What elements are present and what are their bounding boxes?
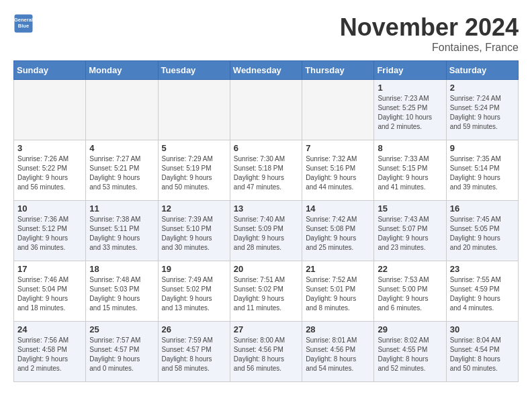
day-info: Sunrise: 8:02 AM Sunset: 4:55 PM Dayligh… [378, 336, 442, 373]
calendar-cell: 29Sunrise: 8:02 AM Sunset: 4:55 PM Dayli… [374, 322, 446, 382]
day-header: Monday [86, 61, 158, 80]
day-info: Sunrise: 7:49 AM Sunset: 5:02 PM Dayligh… [162, 275, 226, 313]
day-number: 24 [17, 324, 82, 334]
day-info: Sunrise: 8:01 AM Sunset: 4:56 PM Dayligh… [306, 336, 370, 373]
calendar-cell: 2Sunrise: 7:24 AM Sunset: 5:24 PM Daylig… [446, 80, 518, 140]
calendar-cell: 16Sunrise: 7:45 AM Sunset: 5:05 PM Dayli… [446, 201, 518, 261]
day-number: 25 [89, 324, 154, 334]
calendar-cell: 24Sunrise: 7:56 AM Sunset: 4:58 PM Dayli… [14, 322, 86, 382]
calendar-cell: 17Sunrise: 7:46 AM Sunset: 5:04 PM Dayli… [14, 261, 86, 322]
title-block: November 2024 Fontaines, France [340, 13, 519, 54]
calendar-cell: 13Sunrise: 7:40 AM Sunset: 5:09 PM Dayli… [230, 201, 302, 261]
day-number: 6 [234, 143, 298, 153]
day-info: Sunrise: 7:33 AM Sunset: 5:15 PM Dayligh… [378, 154, 442, 192]
day-info: Sunrise: 7:57 AM Sunset: 4:57 PM Dayligh… [89, 336, 154, 373]
day-number: 22 [378, 264, 442, 274]
day-header: Sunday [14, 61, 86, 80]
day-number: 5 [162, 143, 226, 153]
day-info: Sunrise: 7:29 AM Sunset: 5:19 PM Dayligh… [162, 154, 226, 192]
calendar-cell: 26Sunrise: 7:59 AM Sunset: 4:57 PM Dayli… [158, 322, 230, 382]
day-number: 15 [378, 203, 442, 214]
day-number: 20 [234, 264, 298, 274]
day-info: Sunrise: 7:56 AM Sunset: 4:58 PM Dayligh… [17, 336, 82, 373]
calendar-cell: 5Sunrise: 7:29 AM Sunset: 5:19 PM Daylig… [158, 140, 230, 201]
calendar-cell [14, 80, 86, 140]
location: Fontaines, France [340, 42, 519, 54]
calendar-cell: 20Sunrise: 7:51 AM Sunset: 5:02 PM Dayli… [230, 261, 302, 322]
day-info: Sunrise: 7:36 AM Sunset: 5:12 PM Dayligh… [17, 215, 82, 253]
svg-text:General: General [14, 17, 33, 23]
day-info: Sunrise: 7:45 AM Sunset: 5:05 PM Dayligh… [450, 215, 515, 253]
day-number: 14 [306, 203, 370, 214]
day-number: 1 [378, 83, 442, 93]
calendar-cell: 1Sunrise: 7:23 AM Sunset: 5:25 PM Daylig… [374, 80, 446, 140]
day-number: 8 [378, 143, 442, 153]
day-info: Sunrise: 7:40 AM Sunset: 5:09 PM Dayligh… [234, 215, 298, 253]
calendar-cell: 11Sunrise: 7:38 AM Sunset: 5:11 PM Dayli… [86, 201, 158, 261]
day-number: 9 [450, 143, 515, 153]
day-header: Thursday [302, 61, 374, 80]
day-number: 28 [306, 324, 370, 334]
day-info: Sunrise: 7:27 AM Sunset: 5:21 PM Dayligh… [89, 154, 154, 192]
day-info: Sunrise: 7:23 AM Sunset: 5:25 PM Dayligh… [378, 94, 442, 132]
calendar-cell: 8Sunrise: 7:33 AM Sunset: 5:15 PM Daylig… [374, 140, 446, 201]
calendar-cell: 23Sunrise: 7:55 AM Sunset: 4:59 PM Dayli… [446, 261, 518, 322]
day-number: 3 [17, 143, 82, 153]
page-header: General Blue November 2024 Fontaines, Fr… [13, 13, 519, 54]
day-number: 13 [234, 203, 298, 214]
day-info: Sunrise: 7:39 AM Sunset: 5:10 PM Dayligh… [162, 215, 226, 253]
day-number: 7 [306, 143, 370, 153]
logo: General Blue [13, 13, 34, 34]
day-number: 23 [450, 264, 515, 274]
day-info: Sunrise: 7:24 AM Sunset: 5:24 PM Dayligh… [450, 94, 515, 132]
day-number: 19 [162, 264, 226, 274]
calendar-cell: 25Sunrise: 7:57 AM Sunset: 4:57 PM Dayli… [86, 322, 158, 382]
day-number: 29 [378, 324, 442, 334]
day-info: Sunrise: 7:52 AM Sunset: 5:01 PM Dayligh… [306, 275, 370, 313]
calendar-cell: 7Sunrise: 7:32 AM Sunset: 5:16 PM Daylig… [302, 140, 374, 201]
day-header: Tuesday [158, 61, 230, 80]
day-info: Sunrise: 7:26 AM Sunset: 5:22 PM Dayligh… [17, 154, 82, 192]
calendar-week-row: 10Sunrise: 7:36 AM Sunset: 5:12 PM Dayli… [14, 201, 519, 261]
day-number: 2 [450, 83, 515, 93]
calendar-table: SundayMondayTuesdayWednesdayThursdayFrid… [13, 60, 519, 382]
calendar-cell: 28Sunrise: 8:01 AM Sunset: 4:56 PM Dayli… [302, 322, 374, 382]
calendar-week-row: 1Sunrise: 7:23 AM Sunset: 5:25 PM Daylig… [14, 80, 519, 140]
day-info: Sunrise: 7:53 AM Sunset: 5:00 PM Dayligh… [378, 275, 442, 313]
calendar-cell: 4Sunrise: 7:27 AM Sunset: 5:21 PM Daylig… [86, 140, 158, 201]
day-info: Sunrise: 7:35 AM Sunset: 5:14 PM Dayligh… [450, 154, 515, 192]
calendar-cell: 9Sunrise: 7:35 AM Sunset: 5:14 PM Daylig… [446, 140, 518, 201]
day-info: Sunrise: 7:48 AM Sunset: 5:03 PM Dayligh… [89, 275, 154, 313]
day-info: Sunrise: 7:59 AM Sunset: 4:57 PM Dayligh… [162, 336, 226, 373]
calendar-cell: 19Sunrise: 7:49 AM Sunset: 5:02 PM Dayli… [158, 261, 230, 322]
day-info: Sunrise: 7:32 AM Sunset: 5:16 PM Dayligh… [306, 154, 370, 192]
day-header: Wednesday [230, 61, 302, 80]
day-info: Sunrise: 7:55 AM Sunset: 4:59 PM Dayligh… [450, 275, 515, 313]
calendar-cell: 12Sunrise: 7:39 AM Sunset: 5:10 PM Dayli… [158, 201, 230, 261]
calendar-cell: 15Sunrise: 7:43 AM Sunset: 5:07 PM Dayli… [374, 201, 446, 261]
calendar-cell [86, 80, 158, 140]
day-info: Sunrise: 7:46 AM Sunset: 5:04 PM Dayligh… [17, 275, 82, 313]
day-number: 17 [17, 264, 82, 274]
day-number: 18 [89, 264, 154, 274]
day-info: Sunrise: 8:00 AM Sunset: 4:56 PM Dayligh… [234, 336, 298, 373]
calendar-cell: 18Sunrise: 7:48 AM Sunset: 5:03 PM Dayli… [86, 261, 158, 322]
svg-text:Blue: Blue [18, 23, 29, 29]
day-number: 21 [306, 264, 370, 274]
day-number: 27 [234, 324, 298, 334]
day-info: Sunrise: 7:38 AM Sunset: 5:11 PM Dayligh… [89, 215, 154, 253]
calendar-week-row: 17Sunrise: 7:46 AM Sunset: 5:04 PM Dayli… [14, 261, 519, 322]
day-number: 11 [89, 203, 154, 214]
day-info: Sunrise: 7:43 AM Sunset: 5:07 PM Dayligh… [378, 215, 442, 253]
logo-icon: General Blue [13, 13, 34, 34]
day-header: Friday [374, 61, 446, 80]
day-number: 12 [162, 203, 226, 214]
calendar-cell: 21Sunrise: 7:52 AM Sunset: 5:01 PM Dayli… [302, 261, 374, 322]
day-info: Sunrise: 7:30 AM Sunset: 5:18 PM Dayligh… [234, 154, 298, 192]
calendar-week-row: 24Sunrise: 7:56 AM Sunset: 4:58 PM Dayli… [14, 322, 519, 382]
day-info: Sunrise: 7:51 AM Sunset: 5:02 PM Dayligh… [234, 275, 298, 313]
day-number: 16 [450, 203, 515, 214]
calendar-cell: 14Sunrise: 7:42 AM Sunset: 5:08 PM Dayli… [302, 201, 374, 261]
header-row: SundayMondayTuesdayWednesdayThursdayFrid… [14, 61, 519, 80]
month-title: November 2024 [340, 13, 519, 42]
